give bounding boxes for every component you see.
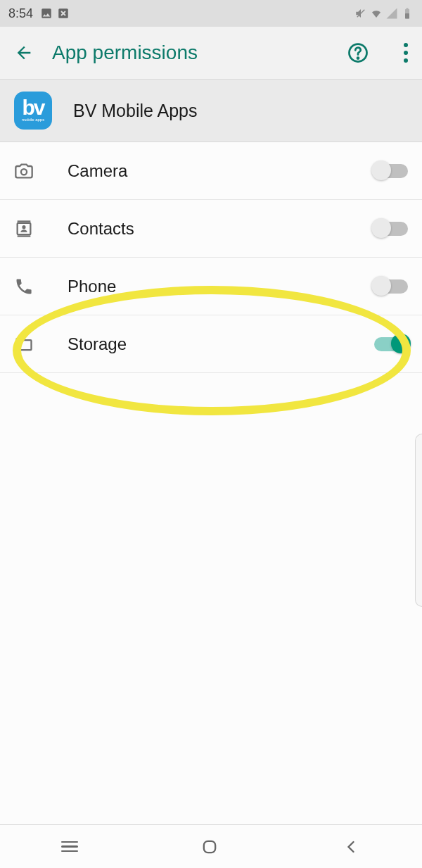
perm-label: Camera [68, 161, 340, 181]
app-bar: App permissions [0, 27, 422, 79]
battery-icon [401, 7, 414, 20]
nav-bar [0, 824, 422, 868]
permissions-list: Camera Contacts Phone Storage [0, 142, 422, 373]
help-icon[interactable] [347, 42, 369, 63]
toggle-contacts[interactable] [374, 222, 408, 236]
nav-recent-button[interactable] [61, 841, 78, 853]
svg-point-5 [21, 169, 27, 175]
wifi-icon [370, 7, 383, 20]
mute-icon [354, 7, 367, 20]
status-time: 8:54 [8, 6, 33, 21]
nav-back-button[interactable] [341, 837, 361, 857]
back-icon[interactable] [14, 43, 34, 63]
perm-label: Storage [68, 334, 340, 354]
app-name: BV Mobile Apps [73, 101, 198, 121]
app-section-header: bv mobile apps BV Mobile Apps [0, 79, 422, 142]
toggle-phone[interactable] [374, 279, 408, 294]
perm-row-phone[interactable]: Phone [0, 258, 422, 315]
nav-home-button[interactable] [200, 837, 219, 857]
perm-row-camera[interactable]: Camera [0, 142, 422, 200]
svg-point-4 [357, 58, 359, 59]
close-notif-icon [57, 7, 70, 20]
perm-label: Phone [68, 277, 340, 296]
svg-point-9 [22, 225, 25, 229]
scroll-indicator[interactable] [415, 434, 422, 607]
perm-row-contacts[interactable]: Contacts [0, 200, 422, 258]
toggle-storage[interactable] [374, 337, 408, 351]
status-bar: 8:54 [0, 0, 422, 27]
svg-rect-2 [405, 13, 409, 19]
folder-icon [14, 334, 34, 354]
perm-row-storage[interactable]: Storage [0, 315, 422, 373]
perm-label: Contacts [68, 219, 340, 239]
camera-icon [14, 161, 34, 181]
contacts-icon [14, 219, 34, 239]
more-icon[interactable] [404, 43, 408, 63]
page-title: App permissions [52, 42, 329, 64]
toggle-camera[interactable] [374, 164, 408, 178]
app-logo: bv mobile apps [14, 92, 52, 130]
image-notif-icon [40, 7, 53, 20]
phone-icon [14, 277, 34, 296]
svg-rect-10 [204, 841, 215, 852]
signal-icon [385, 7, 398, 20]
